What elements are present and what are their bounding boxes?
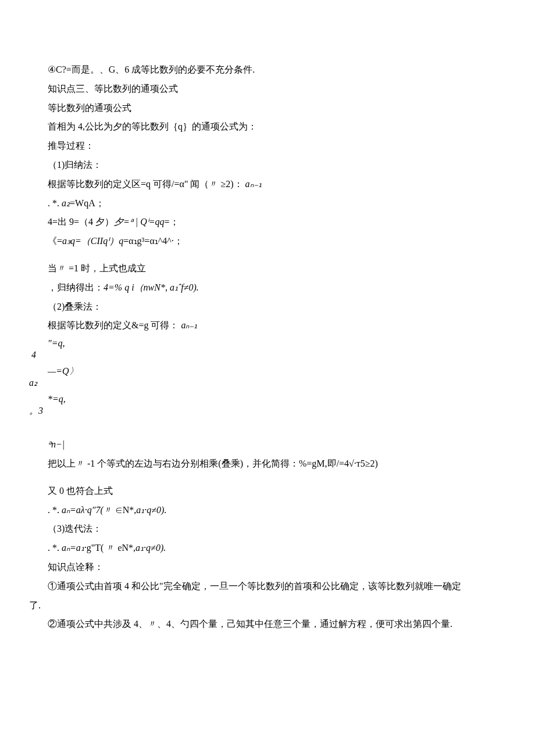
- para-def-relation-2: 根据等比数列的定义&=g 可得： aₙ₋₁: [29, 318, 506, 333]
- text: 根据等比数列的定义区=q 可得/=α" 闻（〃 ≥2)：: [48, 179, 243, 189]
- eq-ratio-4: *=q, 。3: [29, 393, 506, 417]
- heading-method-induction: （1)归纳法：: [29, 158, 506, 173]
- prefix-dots: . *.: [48, 505, 62, 515]
- math-an: aₙ=a₁·: [62, 543, 87, 553]
- heading-method-multiply: （2)叠乘法：: [29, 300, 506, 314]
- text-a: ，归纳得出：: [48, 282, 104, 292]
- prefix-dots: . *.: [48, 198, 62, 208]
- eq-ratio-2: ″=q, 4: [29, 338, 506, 361]
- math-result: 4=% q i（nwN*, a₁ˆf≠0).: [104, 282, 199, 292]
- math-part: 夕=ᵃ | Qⁱ=qq: [114, 217, 165, 227]
- text-b: =α₁g³=α₁^4^·；: [123, 236, 183, 246]
- math-part: a₃q=（CIIqᴵ）q: [62, 236, 123, 246]
- eq-ratio-3: —=Q〉 a₂: [29, 366, 506, 389]
- para-assertion-4: ④C?=而是。、G、6 成等比数列的必要不充分条件.: [29, 63, 506, 77]
- heading-notes: 知识点诠释：: [29, 560, 506, 575]
- math-a2: a₂: [62, 198, 70, 208]
- eq-ratio-n: ᵃn−|: [29, 438, 506, 452]
- para-a4: 《=a₃q=（CIIqᴵ）q=α₁g³=α₁^4^·；: [29, 234, 506, 249]
- text: 根据等比数列的定义&=g 可得：: [48, 320, 179, 330]
- prefix-dots: . *.: [48, 543, 62, 553]
- para-derive: 推导过程：: [29, 139, 506, 153]
- heading-formula: 等比数列的通项公式: [29, 101, 506, 116]
- math-an-1: aₙ₋₁: [181, 320, 197, 330]
- document-page: ④C?=而是。、G、6 成等比数列的必要不充分条件. 知识点三、等比数列的通项公…: [0, 0, 535, 756]
- para-a3: 4=出 9=（4 夕）夕=ᵃ | Qⁱ=qq=；: [29, 215, 506, 230]
- cond-n: 〃 ∈N*,: [104, 505, 137, 515]
- para-multiply-result: 把以上〃 -1 个等式的左边与右边分别相乘(叠乘)，并化简得：%=gM,即/=4…: [29, 457, 506, 471]
- para-def-relation: 根据等比数列的定义区=q 可得/=α" 闻（〃 ≥2)： aₙ₋₁: [29, 177, 506, 192]
- para-zero-fits: 又 0 也符合上式: [29, 484, 506, 499]
- para-n1-holds: 当〃 =1 时，上式也成立: [29, 261, 506, 276]
- note-2: ②通项公式中共涉及 4、〃、4、勺四个量，己知其中任意三个量，通过解方程，便可求…: [29, 617, 506, 632]
- note-1-line-a: ①通项公式由首项 4 和公比"完全确定，一旦一个等比数列的首项和公比确定，该等比…: [29, 579, 506, 594]
- text-b: =；: [165, 217, 179, 227]
- para-intro: 首相为 4,公比为夕的等比数列｛q｝的通项公式为：: [29, 120, 506, 134]
- math-an: aₙ=aλ·q″7(: [62, 505, 104, 515]
- text-a: 《=: [48, 236, 62, 246]
- cond-aq: a₁·q≠0).: [136, 505, 166, 515]
- text-a: 4=出 9=（4 夕）: [48, 217, 114, 227]
- math-an-1: aₙ₋₁: [245, 179, 262, 189]
- heading-method-iterate: （3)迭代法：: [29, 522, 506, 536]
- para-a2: . *. a₂=WqA；: [29, 196, 506, 211]
- cond: g"T( 〃 eN*,: [87, 543, 135, 553]
- para-general-2: . *. aₙ=a₁·g"T( 〃 eN*,a₁·q≠0).: [29, 541, 506, 556]
- suffix: =WqA；: [70, 198, 105, 208]
- heading-kp3: 知识点三、等比数列的通项公式: [29, 82, 506, 96]
- cond-aq: a₁·q≠0).: [135, 543, 166, 553]
- para-conclusion-induction: ，归纳得出：4=% q i（nwN*, a₁ˆf≠0).: [29, 281, 506, 295]
- note-1-line-b: 了.: [29, 599, 506, 613]
- para-general-1: . *. aₙ=aλ·q″7(〃 ∈N*,a₁·q≠0).: [29, 503, 506, 518]
